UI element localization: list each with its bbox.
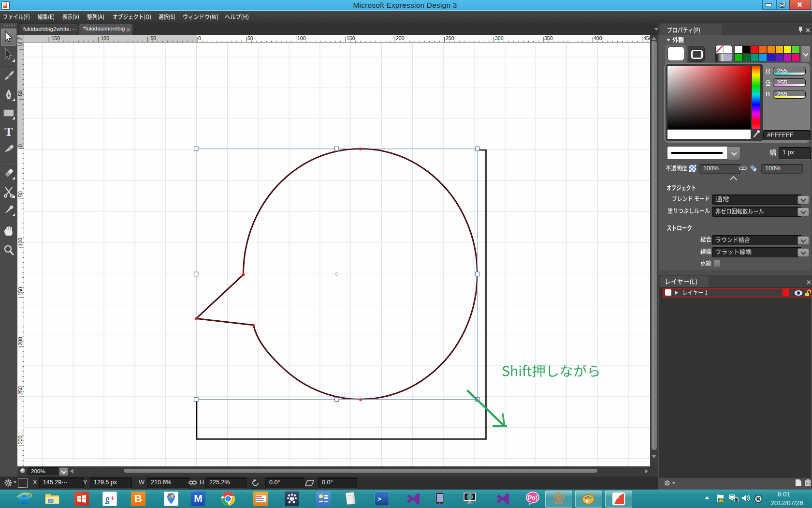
svg-text:250: 250 [17,386,23,395]
svg-text:Po!: Po! [528,494,537,501]
svg-text:150: 150 [347,35,355,41]
svg-text:-100: -100 [17,43,23,48]
svg-text:450: 450 [643,35,650,41]
svg-text:250: 250 [446,35,454,41]
svg-text:T: T [4,125,13,139]
svg-text:50: 50 [247,35,253,41]
svg-text:300: 300 [17,435,23,444]
svg-text:-100: -100 [99,35,109,41]
svg-text:!: ! [721,499,722,502]
svg-text:350: 350 [544,35,553,41]
svg-text:100: 100 [17,238,23,246]
svg-text:-150: -150 [50,35,60,41]
svg-text:-50: -50 [149,35,156,41]
svg-text:100: 100 [297,35,306,41]
svg-text:150: 150 [17,287,23,296]
svg-text:g: g [105,494,110,503]
svg-text:0: 0 [17,144,23,147]
svg-text:200: 200 [396,35,405,41]
svg-text:50: 50 [17,191,23,197]
svg-text:400: 400 [594,35,602,41]
svg-text:+: + [110,494,115,503]
svg-text:0: 0 [198,35,201,41]
svg-text:300: 300 [495,35,504,41]
svg-text:200: 200 [17,337,23,345]
svg-text:-50: -50 [17,90,23,98]
